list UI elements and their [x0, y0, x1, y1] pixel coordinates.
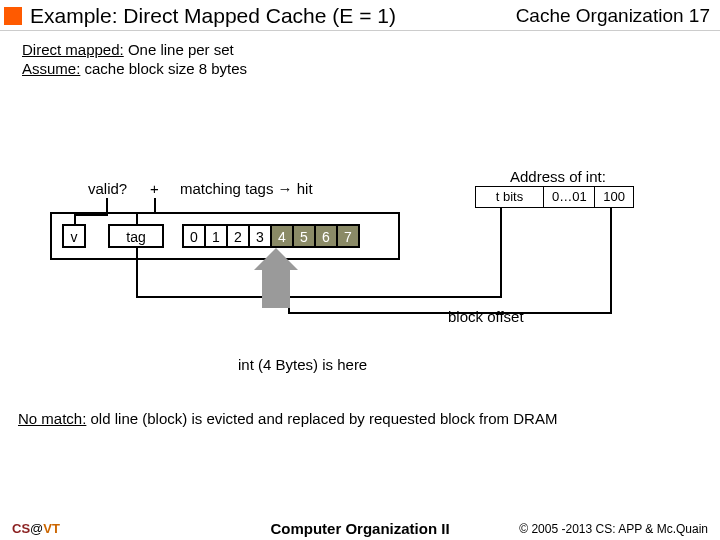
wire	[136, 248, 138, 298]
slide-header: Example: Direct Mapped Cache (E = 1) Cac…	[0, 0, 720, 31]
matching-tags-label: matching tags → hit	[180, 180, 313, 197]
subtitle-block: Direct mapped: One line per set Assume: …	[22, 41, 720, 79]
footer-center: Computer Organization II	[0, 520, 720, 537]
byte-cell: 1	[204, 224, 228, 248]
byte-cell: 2	[226, 224, 250, 248]
header-bullet-icon	[4, 7, 22, 25]
byte-cell-highlight: 7	[336, 224, 360, 248]
byte-cell-highlight: 6	[314, 224, 338, 248]
wire	[500, 208, 502, 298]
header-right: Cache Organization 17	[516, 5, 710, 27]
addr-tbits: t bits	[475, 186, 545, 208]
block-offset-arrow-icon	[258, 248, 294, 308]
byte-cell-highlight: 5	[292, 224, 316, 248]
byte-cell: 0	[182, 224, 206, 248]
subtitle-rest-1: One line per set	[124, 41, 234, 58]
page-number: 17	[689, 5, 710, 26]
connector-line	[136, 212, 156, 214]
no-match-underline: No match:	[18, 410, 86, 427]
valid-bit-box: v	[62, 224, 86, 248]
addr-offset: 100	[594, 186, 634, 208]
no-match-note: No match: old line (block) is evicted an…	[18, 410, 557, 427]
no-match-rest: old line (block) is evicted and replaced…	[86, 410, 557, 427]
address-row: t bits 0…01 100	[476, 186, 634, 208]
cache-diagram: valid? + matching tags → hit v tag 0 1 2…	[0, 150, 720, 380]
valid-label: valid?	[88, 180, 127, 197]
tag-box: tag	[108, 224, 164, 248]
byte-cell-highlight: 4	[270, 224, 294, 248]
plus-label: +	[150, 180, 159, 197]
block-offset-label: block offset	[448, 308, 524, 325]
connector-line	[136, 212, 138, 224]
subtitle-rest-2: cache block size 8 bytes	[80, 60, 247, 77]
connector-line	[74, 214, 76, 224]
byte-cell: 3	[248, 224, 272, 248]
slide-footer: CS@VT Computer Organization II © 2005 -2…	[0, 521, 720, 536]
wire	[610, 208, 612, 314]
subtitle-underline-1: Direct mapped:	[22, 41, 124, 58]
byte-row: 0 1 2 3 4 5 6 7	[184, 224, 360, 248]
slide-title: Example: Direct Mapped Cache (E = 1)	[30, 4, 396, 28]
int-location-label: int (4 Bytes) is here	[238, 356, 367, 373]
address-title: Address of int:	[510, 168, 606, 185]
wire	[136, 296, 502, 298]
connector-line	[74, 214, 108, 216]
addr-setindex: 0…01	[543, 186, 596, 208]
section-name: Cache Organization	[516, 5, 684, 26]
subtitle-underline-2: Assume:	[22, 60, 80, 77]
